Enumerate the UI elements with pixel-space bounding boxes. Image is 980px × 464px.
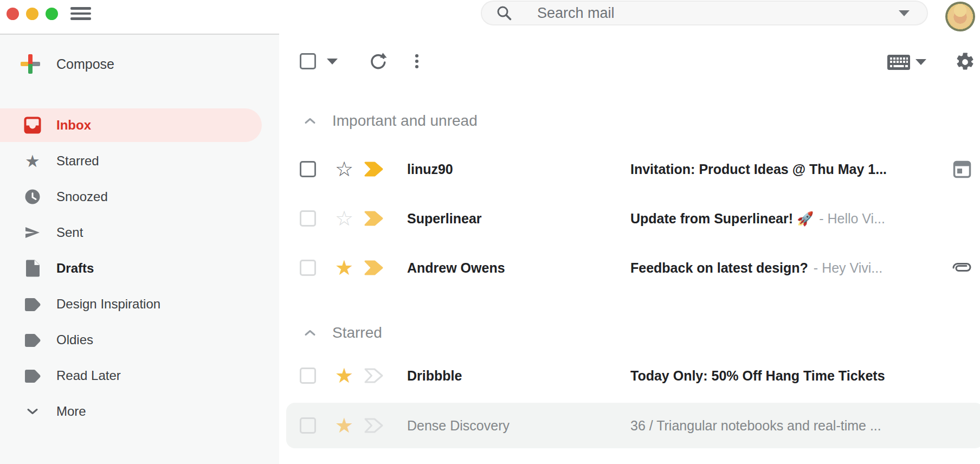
input-tools-caret-icon[interactable] [915, 59, 926, 65]
user-avatar[interactable] [945, 2, 975, 31]
sidebar-item-label: Design Inspiration [56, 297, 160, 312]
sidebar-item-label: Inbox [56, 118, 91, 133]
label-icon [22, 296, 43, 312]
sidebar-item-label: Oldies [56, 332, 93, 347]
attachment-icon [951, 262, 973, 274]
label-icon [22, 368, 43, 384]
search-placeholder: Search mail [537, 5, 899, 22]
star-toggle-icon[interactable]: ★ [332, 365, 356, 386]
importance-marker-icon[interactable] [364, 210, 384, 227]
keyboard-input-tools-icon[interactable] [887, 55, 910, 70]
clock-icon [22, 188, 43, 205]
star-icon: ★ [22, 153, 43, 170]
sidebar-item-snoozed[interactable]: Snoozed [0, 179, 279, 215]
section-title: Important and unread [332, 112, 478, 130]
email-subject: Update from Superlinear! 🚀 [630, 211, 814, 227]
star-toggle-icon[interactable]: ☆ [332, 158, 356, 180]
select-all-checkbox[interactable] [300, 53, 316, 69]
label-icon [22, 332, 43, 348]
sidebar-item-label: Snoozed [56, 189, 108, 204]
search-options-caret-icon[interactable] [899, 10, 910, 16]
list-toolbar [279, 53, 980, 73]
window-header: Search mail [0, 0, 980, 34]
compose-button[interactable]: Compose [21, 50, 114, 78]
search-icon [496, 5, 512, 21]
zoom-window-button[interactable] [46, 8, 58, 20]
star-toggle-icon[interactable]: ☆ [332, 208, 356, 229]
row-checkbox[interactable] [300, 161, 316, 177]
gmail-window: Search mail Compose Inbox [0, 0, 980, 464]
email-snippet: - Hello Vi... [819, 211, 885, 227]
email-row[interactable]: ★ Dribbble Today Only: 50% Off Hang Time… [286, 353, 980, 398]
email-subject: Feedback on latest design? [630, 260, 808, 276]
sidebar-item-drafts[interactable]: Drafts [0, 250, 279, 286]
calendar-icon [951, 159, 973, 179]
importance-marker-icon[interactable] [364, 417, 384, 434]
sidebar-nav: Inbox ★ Starred Snoozed [0, 107, 279, 429]
sidebar-item-inbox[interactable]: Inbox [0, 107, 279, 143]
sidebar-item-label: Drafts [56, 261, 94, 276]
select-caret-icon[interactable] [327, 59, 338, 65]
email-row[interactable]: ★ Andrew Owens Feedback on latest design… [286, 245, 980, 291]
draft-icon [22, 259, 43, 278]
sidebar: Compose Inbox ★ Starred [0, 34, 279, 464]
importance-marker-icon[interactable] [364, 161, 384, 177]
star-toggle-icon[interactable]: ★ [332, 257, 356, 279]
close-window-button[interactable] [7, 8, 19, 20]
hamburger-menu-icon[interactable] [70, 7, 91, 20]
chevron-down-icon [22, 408, 43, 415]
sidebar-item-read-later[interactable]: Read Later [0, 358, 279, 394]
chevron-up-icon [304, 117, 316, 125]
email-subject: Invitation: Product Ideas @ Thu May 1... [630, 162, 887, 177]
sidebar-item-more[interactable]: More [0, 394, 279, 429]
email-row[interactable]: ★ Dense Discovery 36 / Triangular notebo… [286, 403, 980, 448]
email-row[interactable]: ☆ linuz90 Invitation: Product Ideas @ Th… [286, 146, 980, 192]
minimize-window-button[interactable] [26, 8, 38, 20]
section-header-important[interactable]: Important and unread [304, 112, 478, 130]
window-controls [7, 8, 58, 20]
email-subject: Today Only: 50% Off Hang Time Tickets [630, 368, 885, 384]
sidebar-item-label: Read Later [56, 368, 121, 383]
chevron-up-icon [304, 329, 316, 337]
multicolor-plus-icon [21, 54, 40, 74]
email-sender: Dribbble [407, 368, 605, 384]
sidebar-item-label: Starred [56, 153, 99, 169]
mail-list-pane: Important and unread ☆ linuz90 Invitatio… [279, 34, 980, 464]
email-sender: Superlinear [407, 211, 605, 227]
search-input[interactable]: Search mail [481, 1, 928, 25]
row-checkbox[interactable] [300, 368, 316, 384]
refresh-icon[interactable] [369, 53, 388, 72]
section-title: Starred [332, 324, 382, 341]
email-snippet: - Hey Vivi... [814, 260, 882, 276]
importance-marker-icon[interactable] [364, 368, 384, 384]
email-sender: Andrew Owens [407, 260, 605, 276]
importance-marker-icon[interactable] [364, 260, 384, 276]
row-checkbox[interactable] [300, 417, 316, 434]
row-checkbox[interactable] [300, 260, 316, 276]
section-header-starred[interactable]: Starred [304, 324, 382, 341]
send-icon [22, 224, 43, 241]
sidebar-item-starred[interactable]: ★ Starred [0, 143, 279, 179]
compose-label: Compose [56, 56, 114, 72]
sidebar-item-sent[interactable]: Sent [0, 215, 279, 250]
sidebar-item-design-inspiration[interactable]: Design Inspiration [0, 286, 279, 322]
star-toggle-icon[interactable]: ★ [332, 415, 356, 436]
email-sender: linuz90 [407, 162, 605, 177]
sidebar-item-label: More [56, 404, 86, 419]
settings-gear-icon[interactable] [955, 52, 975, 72]
inbox-icon [22, 116, 43, 134]
sidebar-item-label: Sent [56, 225, 83, 240]
email-row[interactable]: ☆ Superlinear Update from Superlinear! 🚀… [286, 196, 980, 241]
sidebar-item-oldies[interactable]: Oldies [0, 322, 279, 358]
row-checkbox[interactable] [300, 210, 316, 227]
email-sender: Dense Discovery [407, 418, 605, 434]
email-subject: 36 / Triangular notebooks and real-time … [630, 418, 881, 434]
more-vertical-icon[interactable] [415, 54, 418, 68]
